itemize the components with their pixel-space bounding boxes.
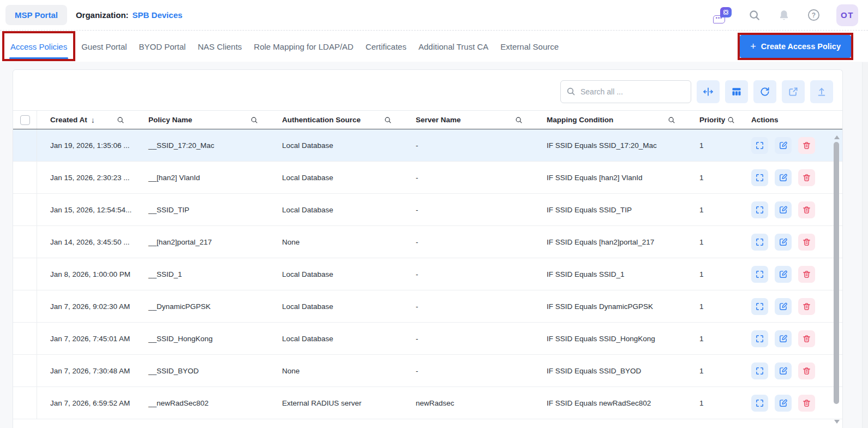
- row-checkbox-cell[interactable]: [13, 162, 37, 193]
- table-row[interactable]: Jan 19, 2026, 1:35:06 ...__SSID_17:20_Ma…: [13, 129, 842, 162]
- column-settings-button[interactable]: [725, 80, 748, 103]
- page-content: Created At ↓ Policy Name Authentication …: [0, 62, 868, 428]
- scroll-down-icon[interactable]: [834, 420, 840, 424]
- edit-button[interactable]: [775, 362, 792, 379]
- tab-guest-portal[interactable]: Guest Portal: [75, 33, 133, 59]
- table-row[interactable]: Jan 7, 2026, 7:30:48 AM__SSID_BYODNone-I…: [13, 355, 842, 387]
- edit-button[interactable]: [775, 169, 792, 186]
- user-avatar[interactable]: OT: [836, 4, 858, 26]
- cell-auth-source: Local Database: [269, 206, 403, 214]
- help-icon[interactable]: ?: [807, 9, 820, 22]
- scrollbar-thumb[interactable]: [834, 142, 839, 404]
- tab-byod-portal[interactable]: BYOD Portal: [133, 33, 192, 59]
- edit-button[interactable]: [775, 266, 792, 283]
- column-search-icon[interactable]: [117, 116, 124, 124]
- edit-button[interactable]: [775, 137, 792, 154]
- table-row[interactable]: Jan 15, 2026, 2:30:23 ...__[han2] VlanId…: [13, 162, 842, 194]
- cell-server-name: -: [403, 302, 534, 311]
- open-in-new-button[interactable]: [782, 80, 805, 103]
- tab-additional-trust-ca[interactable]: Additional Trust CA: [412, 33, 494, 59]
- msp-portal-button[interactable]: MSP Portal: [5, 5, 67, 25]
- scroll-up-icon[interactable]: [834, 135, 840, 139]
- column-search-icon[interactable]: [668, 116, 675, 124]
- table-row[interactable]: Jan 8, 2026, 1:00:00 PM__SSID_1Local Dat…: [13, 258, 842, 290]
- ai-assistant-icon[interactable]: •••: [713, 7, 732, 23]
- expand-button[interactable]: [751, 137, 768, 154]
- expand-button[interactable]: [751, 395, 768, 412]
- expand-button[interactable]: [751, 362, 768, 379]
- column-search-icon[interactable]: [250, 116, 258, 124]
- row-checkbox-cell[interactable]: [13, 387, 37, 419]
- cell-policy-name: __SSID_TIP: [135, 206, 269, 214]
- expand-button[interactable]: [751, 169, 768, 186]
- table-scrollbar[interactable]: [833, 134, 840, 425]
- table-row[interactable]: Jan 7, 2026, 6:59:52 AM__newRadSec802Ext…: [13, 387, 842, 419]
- delete-button[interactable]: [798, 298, 815, 315]
- trash-icon: [802, 237, 811, 247]
- refresh-button[interactable]: [753, 80, 776, 103]
- search-input[interactable]: [560, 80, 691, 103]
- expand-button[interactable]: [751, 234, 768, 251]
- delete-button[interactable]: [798, 169, 815, 186]
- expand-button[interactable]: [751, 201, 768, 218]
- table-row[interactable]: Jan 7, 2026, 9:02:30 AM__DynamicPGPSKLoc…: [13, 290, 842, 323]
- edit-button[interactable]: [775, 234, 792, 251]
- row-checkbox-cell[interactable]: [13, 258, 37, 290]
- edit-button[interactable]: [775, 395, 792, 412]
- table-row[interactable]: Jan 7, 2026, 7:45:01 AM__SSID_HongKongLo…: [13, 323, 842, 355]
- edit-icon: [779, 302, 788, 311]
- table-row[interactable]: Jan 15, 2026, 12:54:54...__SSID_TIPLocal…: [13, 194, 842, 226]
- organization-name-link[interactable]: SPB Devices: [133, 10, 183, 20]
- row-checkbox-cell[interactable]: [13, 194, 37, 225]
- tab-role-mapping-for-ldap-ad[interactable]: Role Mapping for LDAP/AD: [248, 33, 360, 59]
- column-search-icon[interactable]: [515, 116, 523, 124]
- edit-button[interactable]: [775, 298, 792, 315]
- expand-icon: [755, 237, 764, 247]
- delete-button[interactable]: [798, 137, 815, 154]
- row-checkbox-cell[interactable]: [13, 355, 37, 387]
- cell-actions: [738, 298, 842, 315]
- notifications-bell-icon[interactable]: [777, 9, 791, 22]
- cell-priority: 1: [686, 270, 738, 278]
- delete-button[interactable]: [798, 234, 815, 251]
- tab-nas-clients[interactable]: NAS Clients: [191, 33, 248, 59]
- delete-button[interactable]: [798, 201, 815, 218]
- expand-button[interactable]: [751, 298, 768, 315]
- page-scrollbar[interactable]: [862, 62, 868, 428]
- edit-icon: [779, 399, 788, 408]
- fit-columns-button[interactable]: [697, 80, 720, 103]
- create-access-policy-button[interactable]: + Create Access Policy: [740, 35, 851, 58]
- column-search-icon[interactable]: [384, 116, 392, 124]
- expand-icon: [755, 205, 764, 215]
- cell-actions: [738, 169, 842, 186]
- sort-desc-icon[interactable]: ↓: [91, 116, 95, 124]
- table-row[interactable]: Jan 14, 2026, 3:45:50 ...__[han2]portal_…: [13, 226, 842, 258]
- column-settings-icon: [731, 86, 742, 97]
- delete-button[interactable]: [798, 362, 815, 379]
- column-label: Authentication Source: [282, 116, 361, 124]
- tab-access-policies[interactable]: Access Policies: [4, 33, 73, 59]
- column-search-icon[interactable]: [727, 116, 735, 124]
- row-checkbox-cell[interactable]: [13, 323, 37, 354]
- tab-external-source[interactable]: External Source: [494, 33, 565, 59]
- export-button[interactable]: [810, 80, 833, 103]
- delete-button[interactable]: [798, 395, 815, 412]
- tab-certificates[interactable]: Certificates: [360, 33, 412, 59]
- expand-button[interactable]: [751, 330, 768, 347]
- edit-button[interactable]: [775, 201, 792, 218]
- delete-button[interactable]: [798, 330, 815, 347]
- select-all-checkbox[interactable]: [20, 115, 30, 125]
- row-checkbox-cell[interactable]: [13, 290, 37, 322]
- cell-actions: [738, 395, 842, 412]
- cell-auth-source: Local Database: [269, 302, 403, 311]
- search-icon[interactable]: [748, 9, 761, 22]
- tab-list: Access PoliciesGuest PortalBYOD PortalNA…: [0, 31, 738, 61]
- row-checkbox-cell[interactable]: [13, 226, 37, 258]
- cell-mapping-condition: IF SSID Equals [han2]portal_217: [534, 238, 686, 246]
- expand-button[interactable]: [751, 266, 768, 283]
- edit-button[interactable]: [775, 330, 792, 347]
- delete-button[interactable]: [798, 266, 815, 283]
- row-checkbox-cell[interactable]: [13, 129, 37, 161]
- cell-priority: 1: [686, 302, 738, 311]
- create-access-policy-label: Create Access Policy: [761, 42, 841, 51]
